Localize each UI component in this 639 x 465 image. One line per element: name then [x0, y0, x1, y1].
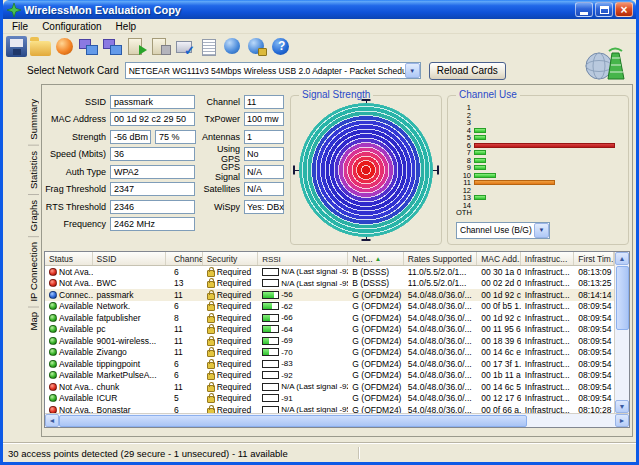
rssi-text: -69	[281, 336, 293, 345]
mac-cell: 00 11 95 6...	[477, 324, 521, 334]
rssi-text: N/A (Last signal -92)	[281, 267, 348, 276]
side-tab[interactable]: Summary	[28, 94, 39, 146]
status-dot	[49, 337, 57, 345]
check-device-icon[interactable]	[174, 36, 195, 57]
status-text: Not Ava...	[59, 267, 93, 277]
open-folder-icon[interactable]	[30, 41, 51, 56]
table-row[interactable]: Not Ava... BWC 13 Required N/A (Last sig…	[45, 278, 614, 290]
menu-item[interactable]: Configuration	[35, 21, 108, 32]
column-header[interactable]: First Tim... ▲	[574, 252, 614, 265]
channel-use-select[interactable]: Channel Use (B/G) ▼	[456, 222, 550, 239]
scroll-down-button[interactable]: ▼	[615, 400, 629, 413]
help-icon[interactable]	[270, 36, 291, 57]
status-dot	[49, 371, 57, 379]
top-section: SSID passmark MAC Address 00 1d 92 c2 29…	[42, 85, 632, 249]
table-row[interactable]: Available tippingpoint 6 Required -83 G …	[45, 358, 614, 370]
status-text: Available	[59, 370, 93, 380]
rssi-text: -70	[281, 348, 293, 357]
run-script-icon[interactable]	[126, 36, 147, 57]
horizontal-scroll-thumb[interactable]	[59, 415, 527, 427]
net-type-cell: B (DSSS)	[348, 267, 404, 277]
table-row[interactable]: Connec... passmark 11 Required -56 G (OF…	[45, 289, 614, 301]
column-header[interactable]: SSID ▲	[93, 252, 166, 265]
table-row[interactable]: Available ICUR 5 Required -91 G (OFDM24)…	[45, 393, 614, 405]
vertical-scrollbar[interactable]: ▲ ▼	[614, 252, 629, 413]
net-type-cell: G (OFDM24)	[348, 359, 404, 369]
mac-cell: 00 1d 92 c...	[477, 313, 521, 323]
reload-cards-button[interactable]: Reload Cards	[429, 62, 506, 80]
network-cards-alt-icon[interactable]	[102, 36, 123, 57]
horizontal-scrollbar[interactable]: ◄ ►	[45, 413, 629, 427]
scroll-right-button[interactable]: ►	[615, 414, 629, 427]
side-tab[interactable]: Map	[28, 307, 39, 335]
column-header[interactable]: Status ▲	[45, 252, 93, 265]
field-value: -56 dBm	[110, 130, 151, 144]
menu-item[interactable]: Help	[109, 21, 144, 32]
net-type-cell: G (OFDM24)	[348, 290, 404, 300]
network-cards-icon[interactable]	[78, 36, 99, 57]
channel-label: 2	[456, 112, 474, 120]
side-tab[interactable]: IP Connection	[28, 237, 39, 308]
side-tab[interactable]: Statistics	[28, 146, 39, 195]
network-card-select[interactable]: NETGEAR WG111v3 54Mbps Wireless USB 2.0 …	[125, 62, 421, 79]
field-value-2: 75 %	[155, 130, 196, 144]
scroll-up-button[interactable]: ▲	[615, 252, 629, 265]
stop-script-icon[interactable]	[150, 36, 171, 57]
rates-cell: 54.0/48.0/36.0/...	[404, 382, 477, 392]
dropdown-button[interactable]: ▼	[405, 63, 420, 78]
first-time-cell: 08:09:54	[574, 393, 614, 403]
column-header[interactable]: MAC Add... ▲	[477, 252, 521, 265]
maximize-button[interactable]	[595, 2, 613, 17]
table-row[interactable]: Available fatpublisher 8 Required -66 G …	[45, 312, 614, 324]
side-tab[interactable]: Graphs	[28, 195, 39, 237]
vertical-scroll-thumb[interactable]	[616, 266, 629, 330]
web-lock-icon[interactable]	[246, 36, 267, 57]
column-header[interactable]: Security ▲	[203, 252, 259, 265]
field-label: SSID	[44, 97, 110, 107]
minimize-button[interactable]	[575, 2, 593, 17]
channel-label: OTH	[456, 209, 474, 217]
field-value: 11	[244, 95, 284, 109]
net-type-cell: G (OFDM24)	[348, 313, 404, 323]
menu-bar: FileConfigurationHelp	[3, 19, 636, 34]
table-row[interactable]: Not Ava... chunk 11 Required N/A (Last s…	[45, 381, 614, 393]
security-text: Required	[217, 336, 252, 346]
rates-cell: 11.0/5.5/2.0/1...	[404, 278, 477, 288]
first-time-cell: 08:13:25	[574, 278, 614, 288]
scroll-left-button[interactable]: ◄	[45, 414, 59, 427]
infrastructure-cell: Infrastruct...	[521, 370, 575, 380]
column-header[interactable]: Channel ▲	[166, 252, 203, 265]
table-row[interactable]: Available Zivango 11 Required -70 G (OFD…	[45, 347, 614, 359]
security-text: Required	[217, 267, 252, 277]
rssi-bar	[262, 325, 279, 333]
report-icon[interactable]	[198, 36, 219, 57]
menu-item[interactable]: File	[5, 21, 35, 32]
column-header[interactable]: Infrastruc... ▲	[521, 252, 575, 265]
summary-fields: SSID passmark MAC Address 00 1d 92 c2 29…	[44, 95, 285, 249]
table-row[interactable]: Available MarketPulseA... 6 Required -92…	[45, 370, 614, 382]
record-icon[interactable]	[56, 38, 73, 55]
status-dot	[49, 348, 57, 356]
mac-cell: 00 30 1a 0...	[477, 267, 521, 277]
field-value: WPA2	[110, 165, 195, 179]
table-row[interactable]: Available 9001-wireless... 11 Required -…	[45, 335, 614, 347]
summary-field-row: Auth Type WPA2	[44, 165, 196, 178]
field-label: Antennas	[196, 132, 244, 142]
column-header[interactable]: Net... ▲	[348, 252, 404, 265]
close-button[interactable]: ×	[615, 2, 633, 17]
lock-icon	[207, 293, 215, 300]
column-header[interactable]: Rates Supported ▲	[404, 252, 477, 265]
status-dot	[49, 302, 57, 310]
security-text: Required	[217, 370, 252, 380]
web-icon[interactable]	[222, 36, 243, 57]
column-header[interactable]: RSSI ▲	[258, 252, 348, 265]
channel-bar	[474, 143, 615, 148]
dropdown-button[interactable]: ▼	[534, 223, 549, 238]
mac-cell: 00 0f b5 1...	[477, 301, 521, 311]
save-icon[interactable]	[6, 36, 27, 57]
table-row[interactable]: Available Network. 6 Required -62 G (OFD…	[45, 301, 614, 313]
channel-cell: 11	[166, 382, 203, 392]
table-row[interactable]: Available pc 11 Required -64 G (OFDM24) …	[45, 324, 614, 336]
table-row[interactable]: Not Ava... 6 Required N/A (Last signal -…	[45, 266, 614, 278]
status-dot	[49, 394, 57, 402]
